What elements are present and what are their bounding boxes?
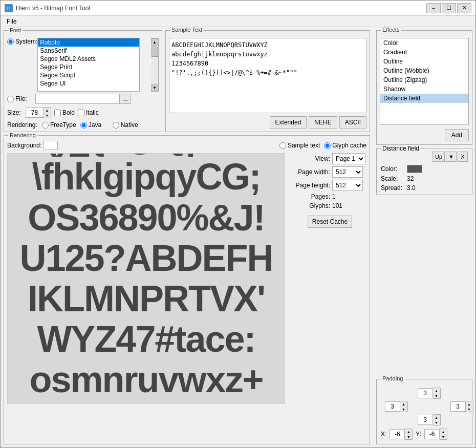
browse-button[interactable]: ... (120, 94, 131, 104)
df-move-button[interactable]: ▼ (446, 152, 457, 162)
scroll-up-arrow[interactable]: ▲ (151, 38, 158, 46)
java-radio[interactable] (80, 122, 87, 129)
df-up-button[interactable]: Up (432, 152, 445, 162)
padding-bottom-input[interactable] (418, 415, 433, 425)
bold-checkbox-label[interactable]: Bold (54, 109, 75, 116)
font-item-segoe-mdl2[interactable]: Segoe MDL2 Assets (38, 55, 139, 63)
padding-right-down[interactable]: ▼ (466, 407, 473, 412)
effect-outline-wobble[interactable]: Outline (Wobble) (380, 66, 468, 75)
page-width-label: Page width: (294, 168, 330, 176)
effect-shadow[interactable]: Shadow (380, 84, 468, 94)
padding-left-input[interactable] (385, 401, 400, 412)
sample-text-radio-label[interactable]: Sample text (279, 142, 320, 149)
glyph-cache-radio[interactable] (324, 142, 331, 149)
file-input[interactable] (35, 94, 120, 104)
minimize-button[interactable]: − (426, 3, 441, 13)
df-color-row: Color: (381, 165, 468, 173)
background-color-picker[interactable] (44, 141, 58, 150)
native-radio[interactable] (113, 122, 119, 129)
padding-top-input[interactable] (418, 388, 433, 398)
padding-right-up[interactable]: ▲ (466, 401, 473, 407)
padding-top-down[interactable]: ▼ (433, 393, 440, 398)
sample-text-area[interactable]: ABCDEFGHIJKLMNOPQRSTUVWXYZ abcdefghijklm… (169, 38, 366, 113)
italic-checkbox[interactable] (78, 110, 84, 116)
add-effect-button[interactable]: Add (445, 129, 469, 141)
padding-right-input[interactable] (450, 401, 466, 412)
extended-button[interactable]: Extended (270, 116, 307, 129)
pages-label: Pages: (294, 193, 330, 200)
font-item-segoe-ui[interactable]: Segoe UI (38, 79, 139, 88)
font-list-scrollbar[interactable]: ▲ ▼ (151, 38, 159, 92)
padding-top-up[interactable]: ▲ (433, 388, 440, 393)
system-radio-label[interactable]: System: (7, 38, 37, 45)
menu-file[interactable]: File (3, 17, 20, 26)
padding-bottom-up[interactable]: ▲ (433, 415, 440, 420)
font-listbox[interactable]: Roboto SansSerif Segoe MDL2 Assets Segoe… (37, 38, 140, 92)
file-row: File: ... (7, 94, 159, 104)
page-width-select[interactable]: 512 (332, 166, 363, 178)
java-radio-label[interactable]: Java (80, 121, 109, 129)
padding-left-up[interactable]: ▲ (400, 401, 407, 407)
effect-outline-zigzag[interactable]: Outline (Zigzag) (380, 75, 468, 84)
x-input[interactable] (390, 429, 405, 439)
size-down-button[interactable]: ▼ (44, 113, 51, 118)
reset-cache-button[interactable]: Reset Cache (308, 216, 352, 228)
effect-outline[interactable]: Outline (380, 57, 468, 66)
effects-list: Color Gradient Outline Outline (Wobble) … (380, 38, 469, 125)
freetype-radio[interactable] (42, 122, 49, 129)
scroll-down-arrow[interactable]: ▼ (151, 84, 158, 91)
italic-checkbox-label[interactable]: Italic (78, 109, 99, 116)
ascii-button[interactable]: ASCII (339, 116, 366, 129)
scroll-thumb-area (151, 46, 158, 84)
size-label: Size: (7, 109, 23, 116)
bold-checkbox[interactable] (54, 110, 61, 116)
file-radio-label[interactable]: File: (7, 95, 35, 102)
x-up[interactable]: ▲ (405, 429, 412, 434)
sample-text-title: Sample Text (170, 27, 204, 33)
page-height-select[interactable]: 512 (332, 180, 363, 191)
y-input[interactable] (424, 429, 440, 439)
top-panels: Font System: Roboto SansSerif Sego (1, 27, 373, 135)
native-radio-label[interactable]: Native (113, 121, 141, 129)
glyph-cache-radio-label[interactable]: Glyph cache (324, 142, 366, 149)
df-remove-button[interactable]: X (458, 152, 468, 162)
glyphs-row: Glyphs: 101 (294, 202, 365, 209)
effects-spacer (376, 198, 472, 374)
system-radio[interactable] (7, 38, 14, 45)
font-item-segoe-script[interactable]: Segoe Script (38, 71, 139, 79)
size-input[interactable] (26, 108, 44, 118)
file-radio[interactable] (7, 96, 14, 102)
y-up[interactable]: ▲ (440, 429, 447, 434)
padding-right-spinner: ▲ ▼ (450, 401, 473, 412)
maximize-button[interactable]: ☐ (442, 3, 456, 13)
padding-left-down[interactable]: ▼ (400, 407, 407, 412)
effect-gradient[interactable]: Gradient (380, 48, 468, 57)
window-title: Hiero v5 - Bitmap Font Tool (16, 5, 426, 12)
nehe-button[interactable]: NEHE (309, 116, 337, 129)
size-up-button[interactable]: ▲ (44, 108, 51, 113)
size-spinner: ▲ ▼ (26, 107, 51, 118)
font-item-segoe-print[interactable]: Segoe Print (38, 63, 139, 71)
effect-distance-field[interactable]: Distance field (380, 94, 468, 103)
freetype-radio-label[interactable]: FreeType (42, 121, 76, 129)
background-row: Background: (7, 141, 58, 150)
sample-text-view-radio[interactable] (279, 142, 286, 149)
x-label: X: (381, 431, 386, 438)
rendering-radio-label: Rendering: (7, 121, 38, 129)
glyph-canvas-inner: ()[]{$@Q|bd/\fhklgipqyCG;OS36890%&J!U125… (8, 154, 285, 403)
pages-row: Pages: 1 (294, 193, 365, 200)
view-select[interactable]: Page 1 (332, 153, 365, 164)
page-height-label: Page height: (294, 182, 330, 189)
font-item-roboto[interactable]: Roboto (38, 38, 139, 47)
y-down[interactable]: ▼ (440, 434, 447, 439)
font-item-sansserif[interactable]: SansSerif (38, 47, 139, 55)
x-down[interactable]: ▼ (405, 434, 412, 439)
df-color-picker[interactable] (407, 165, 422, 173)
df-spread-value: 3.0 (407, 184, 416, 191)
padding-left: ▲ ▼ (385, 401, 408, 412)
close-button[interactable]: ✕ (457, 3, 471, 13)
rendering-section-title: Rendering (8, 132, 37, 138)
effect-color[interactable]: Color (380, 38, 468, 48)
padding-bottom-down[interactable]: ▼ (433, 420, 440, 425)
glyph-canvas: ()[]{$@Q|bd/\fhklgipqyCG;OS36890%&J!U125… (7, 153, 285, 404)
